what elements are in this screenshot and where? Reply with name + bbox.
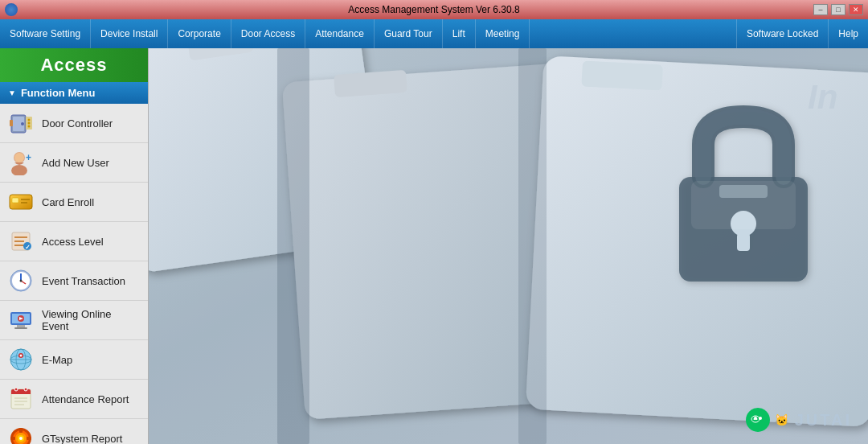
sidebar-item-label: Event Transaction bbox=[42, 275, 125, 287]
brand-watermark: JUTAI bbox=[795, 411, 852, 430]
gtsystem-report-icon bbox=[8, 426, 34, 444]
svg-point-40 bbox=[20, 355, 23, 357]
window-title: Access Management System Ver 6.30.8 bbox=[348, 4, 519, 15]
svg-point-53 bbox=[19, 437, 23, 440]
minimize-button[interactable]: – bbox=[813, 4, 828, 15]
svg-point-47 bbox=[14, 388, 18, 391]
svg-rect-30 bbox=[17, 325, 25, 327]
menu-guard-tour[interactable]: Guard Tour bbox=[375, 19, 443, 48]
menu-software-locked[interactable]: Software Locked bbox=[736, 19, 828, 48]
app-icon bbox=[5, 3, 18, 16]
svg-point-89 bbox=[755, 418, 757, 420]
menu-software-setting[interactable]: Software Setting bbox=[0, 19, 91, 48]
maximize-button[interactable]: □ bbox=[831, 4, 845, 15]
sidebar-item-card-enroll[interactable]: Card Enroll bbox=[0, 183, 148, 222]
e-map-icon bbox=[8, 347, 34, 372]
sidebar-item-label: Add New User bbox=[42, 157, 109, 169]
sidebar-item-e-map[interactable]: E-Map bbox=[0, 340, 148, 380]
sidebar-header: ▼ Function Menu bbox=[0, 82, 148, 104]
main-layout: Access ▼ Function Menu Door Controller bbox=[0, 48, 868, 444]
svg-point-48 bbox=[24, 388, 27, 391]
svg-rect-78 bbox=[518, 48, 547, 444]
sidebar-item-label: Viewing Online Event bbox=[42, 308, 140, 332]
brand-label: Access bbox=[0, 48, 148, 82]
content-area: In 🐱 JUTAI bbox=[149, 48, 868, 444]
close-button[interactable]: ✕ bbox=[849, 4, 863, 15]
titlebar: Access Management System Ver 6.30.8 – □ … bbox=[0, 0, 868, 19]
background: In 🐱 JUTAI bbox=[149, 48, 868, 444]
watermark-icon: 🐱 bbox=[775, 413, 790, 426]
sidebar-item-label: GTsystem Report bbox=[42, 433, 122, 445]
sidebar-item-label: Attendance Report bbox=[42, 393, 129, 405]
svg-point-9 bbox=[11, 165, 27, 175]
attendance-report-icon bbox=[8, 386, 34, 412]
sidebar-item-label: Card Enroll bbox=[42, 196, 94, 208]
window-controls: – □ ✕ bbox=[813, 4, 863, 15]
sidebar-item-label: E-Map bbox=[42, 354, 72, 366]
svg-text:✓: ✓ bbox=[25, 244, 31, 251]
svg-rect-43 bbox=[11, 393, 31, 394]
sidebar-item-label: Door Controller bbox=[42, 117, 113, 130]
sidebar-item-door-controller[interactable]: Door Controller bbox=[0, 104, 148, 143]
svg-rect-76 bbox=[581, 60, 663, 90]
sidebar-item-gtsystem-report[interactable]: GTsystem Report bbox=[0, 419, 148, 444]
svg-rect-77 bbox=[277, 48, 309, 444]
svg-point-27 bbox=[20, 280, 23, 282]
event-transaction-icon bbox=[8, 268, 34, 294]
access-level-icon: ✓ bbox=[8, 228, 34, 254]
sidebar-item-attendance-report[interactable]: Attendance Report bbox=[0, 380, 148, 419]
svg-rect-14 bbox=[12, 198, 18, 203]
svg-point-7 bbox=[28, 125, 31, 128]
svg-rect-31 bbox=[14, 327, 27, 329]
sidebar-item-event-transaction[interactable]: Event Transaction bbox=[0, 261, 148, 301]
watermark: 🐱 JUTAI bbox=[746, 408, 852, 432]
svg-rect-57 bbox=[27, 437, 31, 440]
svg-point-6 bbox=[28, 122, 31, 125]
svg-rect-81 bbox=[737, 233, 750, 251]
svg-point-5 bbox=[28, 119, 31, 121]
sidebar-item-viewing-online-event[interactable]: Viewing Online Event bbox=[0, 301, 148, 340]
chevron-down-icon: ▼ bbox=[8, 88, 16, 97]
svg-point-88 bbox=[753, 418, 755, 420]
svg-rect-56 bbox=[10, 437, 15, 440]
menu-meeting[interactable]: Meeting bbox=[476, 19, 530, 48]
svg-point-2 bbox=[21, 122, 24, 125]
wechat-icon bbox=[746, 408, 770, 432]
menu-device-install[interactable]: Device Install bbox=[91, 19, 168, 48]
svg-rect-3 bbox=[10, 120, 13, 126]
svg-rect-54 bbox=[19, 428, 23, 433]
sidebar: Access ▼ Function Menu Door Controller bbox=[0, 48, 149, 444]
viewing-online-icon bbox=[8, 307, 34, 333]
svg-rect-83 bbox=[719, 185, 768, 198]
door-controller-icon bbox=[8, 110, 34, 136]
menu-door-access[interactable]: Door Access bbox=[231, 19, 305, 48]
svg-text:In: In bbox=[808, 78, 837, 116]
sidebar-header-label: Function Menu bbox=[21, 87, 95, 99]
menu-attendance[interactable]: Attendance bbox=[305, 19, 375, 48]
menubar: Software Setting Device Install Corporat… bbox=[0, 19, 868, 48]
sidebar-item-access-level[interactable]: ✓ Access Level bbox=[0, 222, 148, 261]
menu-corporate[interactable]: Corporate bbox=[168, 19, 231, 48]
sidebar-item-label: Access Level bbox=[42, 236, 104, 248]
card-enroll-icon bbox=[8, 189, 34, 215]
menu-lift[interactable]: Lift bbox=[443, 19, 476, 48]
svg-point-10 bbox=[14, 153, 24, 162]
sidebar-item-add-new-user[interactable]: + Add New User bbox=[0, 143, 148, 183]
add-user-icon: + bbox=[8, 150, 34, 175]
menu-help[interactable]: Help bbox=[828, 19, 868, 48]
svg-text:+: + bbox=[26, 152, 31, 163]
